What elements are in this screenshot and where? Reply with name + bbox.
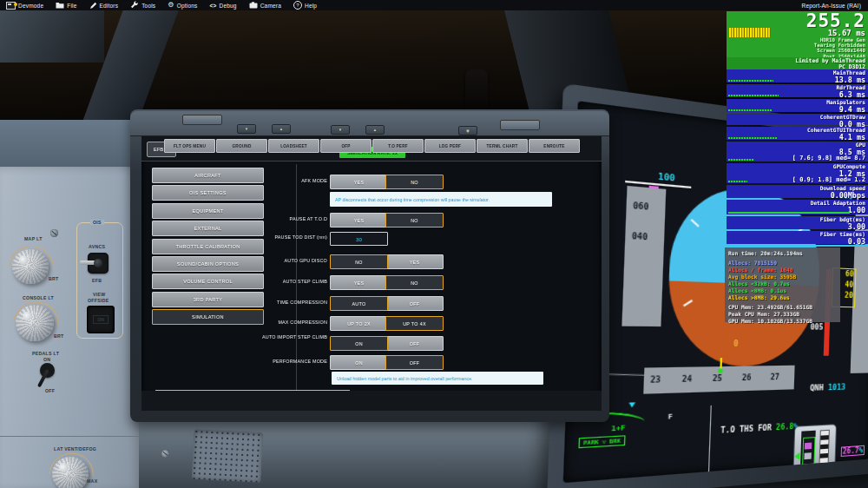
menu-debug[interactable]: <> Debug <box>204 0 243 10</box>
camera-icon <box>249 2 258 9</box>
performance-mode-on-button[interactable]: ON <box>330 355 388 370</box>
trim-white-block <box>804 452 811 459</box>
pedals-lt-label: PEDALS LT <box>32 351 59 356</box>
view-offside-label-1: VIEW <box>93 292 105 297</box>
footer-terml-chart-button[interactable]: TERML CHART <box>477 139 528 153</box>
ois-source-switch[interactable] <box>88 253 108 274</box>
menu-camera[interactable]: Camera <box>243 0 287 10</box>
folder-icon <box>56 2 64 9</box>
speaker-grille <box>192 429 264 483</box>
afk-mode-label: AFK MODE <box>219 178 327 184</box>
auto-import-on-button[interactable]: ON <box>330 336 388 351</box>
brightness-down-button[interactable]: ▼ <box>237 124 256 134</box>
lat-vent-knob[interactable] <box>52 457 89 488</box>
sidebar-item-ois-settings[interactable]: OIS SETTINGS <box>152 185 264 201</box>
trim-scale-track <box>819 430 830 483</box>
footer-enroute-button[interactable]: ENROUTE <box>529 139 580 153</box>
auto-step-climb-no-button[interactable]: NO <box>385 275 444 290</box>
display-dim-button[interactable]: ▼ <box>331 125 350 135</box>
fps-histogram <box>729 28 771 37</box>
run-time: Run time: 20m:24s.194ms <box>728 250 837 257</box>
ois-label: OIS <box>90 220 104 225</box>
time-compression-off-button[interactable]: OFF <box>385 296 444 311</box>
stat-name: Detail Adaptation <box>729 201 865 207</box>
afk-mode-no-button[interactable]: NO <box>385 175 444 189</box>
visor-handle[interactable] <box>465 69 488 115</box>
footer-ldg-perf-button[interactable]: LDG PERF <box>424 139 476 153</box>
row-detail-adaptation: Detail Adaptation 1.00 <box>727 200 868 214</box>
map-lt-knob[interactable] <box>12 249 49 284</box>
trim-magenta-block <box>805 443 812 450</box>
auto-import-off-button[interactable]: OFF <box>385 336 444 351</box>
detail-bar <box>728 212 850 214</box>
footer-ground-button[interactable]: GROUND <box>216 139 267 153</box>
auto-import-step-climb-label: AUTO IMPORT STEP CLIMB <box>219 334 327 340</box>
trim-value-group: 26.7% <box>841 445 865 457</box>
pitch-trim-gauge <box>792 424 837 483</box>
footer-to-perf-button[interactable]: T.O PERF <box>372 139 424 153</box>
auto-gpu-disco-no-button[interactable]: NO <box>330 254 388 269</box>
sidebar-item-throttle-calibration[interactable]: THROTTLE CALIBRATION <box>152 239 264 254</box>
hdg-24: 24 <box>682 375 693 384</box>
trim-pct: % <box>858 446 863 455</box>
pause-tod-label: PAUSE AT T.O.D <box>219 216 327 222</box>
footer-loadsheet-button[interactable]: LOADSHEET <box>268 139 319 153</box>
efb-source-value: EFB <box>154 147 164 152</box>
thread-bar <box>728 137 777 140</box>
windshield-frame-left <box>0 10 104 63</box>
footer-flt-ops-menu-button[interactable]: FLT OPS MENU <box>164 139 215 153</box>
pause-tod-yes-button[interactable]: YES <box>330 213 388 228</box>
max-compression-4x-button[interactable]: UP TO 4X <box>385 316 444 331</box>
view-offside-button-label: ON <box>93 315 108 324</box>
auto-step-climb-yes-button[interactable]: YES <box>330 275 388 290</box>
wrench-icon <box>130 1 139 10</box>
brightness-up-button[interactable]: ▲ <box>272 124 291 134</box>
menu-debug-label: Debug <box>220 3 237 9</box>
max-compression-2x-button[interactable]: UP TO 2X <box>330 316 388 331</box>
devmode-menu-bar: Devmode File Editors Tools ⚙ Options <> … <box>0 0 868 10</box>
map-lt-label: MAP LT <box>24 236 43 241</box>
menu-tools[interactable]: Tools <box>124 0 161 10</box>
footer-ofp-button[interactable]: OFP <box>320 139 372 153</box>
performance-mode-label: PERFORMANCE MODE <box>219 359 327 365</box>
pause-tod-no-button[interactable]: NO <box>385 213 444 228</box>
menu-file[interactable]: File <box>49 0 82 10</box>
qnh-label: QNH <box>810 383 824 392</box>
auto-gpu-disco-label: AUTO GPU DISCO <box>219 258 327 264</box>
console-lt-knob[interactable] <box>16 305 54 341</box>
auto-step-climb-label: AUTO STEP CLIMB <box>219 279 327 285</box>
switch-pivot <box>94 259 102 267</box>
console-lt-label: CONSOLE LT <box>23 295 54 300</box>
bezel-latch-right[interactable] <box>500 120 540 130</box>
performance-mode-off-button[interactable]: OFF <box>385 355 444 370</box>
report-an-issue-button[interactable]: Report-An-Issue (RAI) <box>802 0 862 10</box>
afk-mode-yes-button[interactable]: YES <box>330 175 388 189</box>
display-bright-button[interactable]: ▲ <box>365 125 385 135</box>
peak-cpu-mem: Peak CPU Mem: 27.333GB <box>728 311 837 318</box>
menu-tools-label: Tools <box>141 3 155 9</box>
bezel-latch-left[interactable] <box>182 115 222 125</box>
auto-gpu-disco-yes-button[interactable]: YES <box>385 254 444 269</box>
memory-debug-panel: Run time: 20m:24s.194ms Allocs: 7015159 … <box>725 247 840 322</box>
row-download-speed: Download speed 0.00Mbps <box>727 185 868 198</box>
time-compression-auto-button[interactable]: AUTO <box>330 296 388 311</box>
screw <box>161 450 169 458</box>
qnh-group: QNH 1013 <box>810 382 845 392</box>
gear-icon: ⚙ <box>168 2 174 9</box>
display-power-button[interactable]: ◉ <box>458 126 477 135</box>
row-fiber-time: Fiber time(ms) 0.03 <box>727 231 868 244</box>
menu-help[interactable]: ? Help <box>287 0 323 10</box>
thread-bar <box>728 80 773 82</box>
to-ths-group: T.O THS FOR 26.8% <box>720 422 798 435</box>
view-offside-button[interactable]: ON <box>87 306 115 333</box>
lat-vent-max-label: MAX <box>87 478 97 484</box>
lower-divider-v <box>708 406 712 476</box>
menu-editors[interactable]: Editors <box>83 0 125 10</box>
afk-mode-note: AP disconnects that occur during time co… <box>330 192 552 207</box>
menu-options[interactable]: ⚙ Options <box>161 0 203 10</box>
menu-devmode[interactable]: Devmode <box>0 0 49 10</box>
pedals-lt-switch[interactable] <box>40 363 55 378</box>
pause-tod-dist-input[interactable]: 30 <box>330 232 388 246</box>
cpu-mem: CPU Mem: 23.492GB/61.651GB <box>728 304 837 311</box>
thread-row-rdrthread: RdrThread 6.3 ms <box>727 84 868 97</box>
